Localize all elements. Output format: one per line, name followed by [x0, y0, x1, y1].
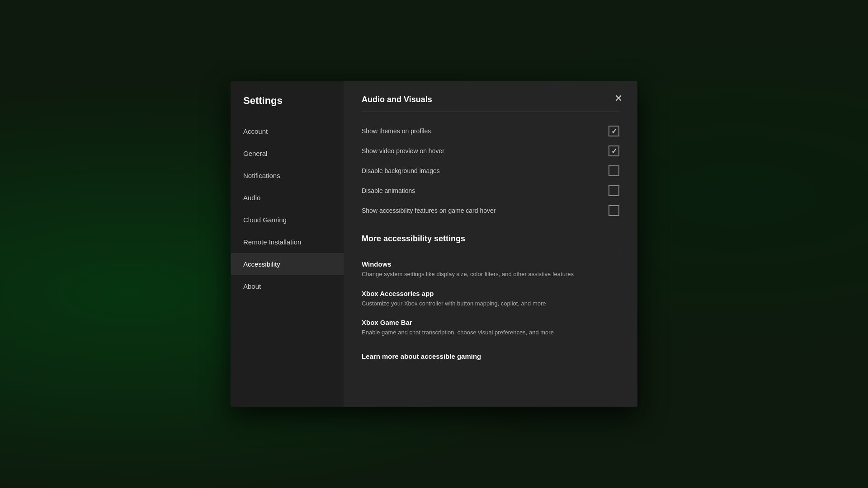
setting-label-show-themes: Show themes on profiles — [362, 127, 431, 135]
accessibility-item-xbox-game-bar-title: Xbox Game Bar — [362, 319, 619, 326]
sidebar-item-cloud-gaming[interactable]: Cloud Gaming — [231, 209, 344, 231]
audio-visuals-section: Audio and Visuals Show themes on profile… — [362, 95, 619, 221]
setting-label-disable-bg-images: Disable background images — [362, 167, 440, 174]
checkbox-disable-bg-images[interactable] — [609, 165, 619, 176]
checkbox-show-themes[interactable] — [609, 126, 619, 136]
more-accessibility-section: More accessibility settings Windows Chan… — [362, 234, 619, 361]
settings-modal: Settings AccountGeneralNotificationsAudi… — [231, 81, 637, 407]
sidebar-item-accessibility[interactable]: Accessibility — [231, 253, 344, 275]
accessibility-item-windows-title: Windows — [362, 260, 619, 268]
sidebar-item-remote-installation[interactable]: Remote Installation — [231, 231, 344, 253]
sidebar-item-notifications[interactable]: Notifications — [231, 164, 344, 187]
sidebar-title: Settings — [231, 95, 344, 120]
accessibility-item-xbox-accessories: Xbox Accessories app Customize your Xbox… — [362, 290, 619, 308]
sidebar-item-audio[interactable]: Audio — [231, 187, 344, 209]
close-button[interactable]: ✕ — [610, 90, 627, 107]
audio-visuals-divider — [362, 112, 619, 112]
setting-row-show-accessibility-features: Show accessibility features on game card… — [362, 201, 619, 221]
accessibility-item-windows: Windows Change system settings like disp… — [362, 260, 619, 279]
accessibility-item-xbox-game-bar-desc: Enable game and chat transcription, choo… — [362, 328, 619, 337]
setting-row-show-video-preview: Show video preview on hover — [362, 141, 619, 161]
sidebar-nav: AccountGeneralNotificationsAudioCloud Ga… — [231, 120, 344, 297]
setting-label-show-accessibility-features: Show accessibility features on game card… — [362, 207, 495, 214]
accessibility-item-xbox-accessories-title: Xbox Accessories app — [362, 290, 619, 297]
sidebar-item-account[interactable]: Account — [231, 120, 344, 142]
setting-label-show-video-preview: Show video preview on hover — [362, 147, 444, 155]
accessibility-item-windows-desc: Change system settings like display size… — [362, 270, 619, 279]
accessibility-item-xbox-game-bar: Xbox Game Bar Enable game and chat trans… — [362, 319, 619, 337]
more-accessibility-title: More accessibility settings — [362, 234, 619, 244]
learn-more-link[interactable]: Learn more about accessible gaming — [362, 352, 481, 360]
sidebar: Settings AccountGeneralNotificationsAudi… — [231, 81, 344, 407]
more-accessibility-divider — [362, 251, 619, 251]
setting-row-disable-bg-images: Disable background images — [362, 161, 619, 181]
checkbox-disable-animations[interactable] — [609, 185, 619, 196]
checkbox-show-video-preview[interactable] — [609, 145, 619, 156]
setting-label-disable-animations: Disable animations — [362, 187, 415, 194]
setting-row-show-themes: Show themes on profiles — [362, 121, 619, 141]
sidebar-item-general[interactable]: General — [231, 142, 344, 164]
checkbox-show-accessibility-features[interactable] — [609, 205, 619, 216]
sidebar-item-about[interactable]: About — [231, 275, 344, 297]
accessibility-item-xbox-accessories-desc: Customize your Xbox controller with butt… — [362, 299, 619, 308]
audio-visuals-title: Audio and Visuals — [362, 95, 619, 104]
main-content: ✕ Audio and Visuals Show themes on profi… — [344, 81, 637, 407]
setting-row-disable-animations: Disable animations — [362, 181, 619, 201]
